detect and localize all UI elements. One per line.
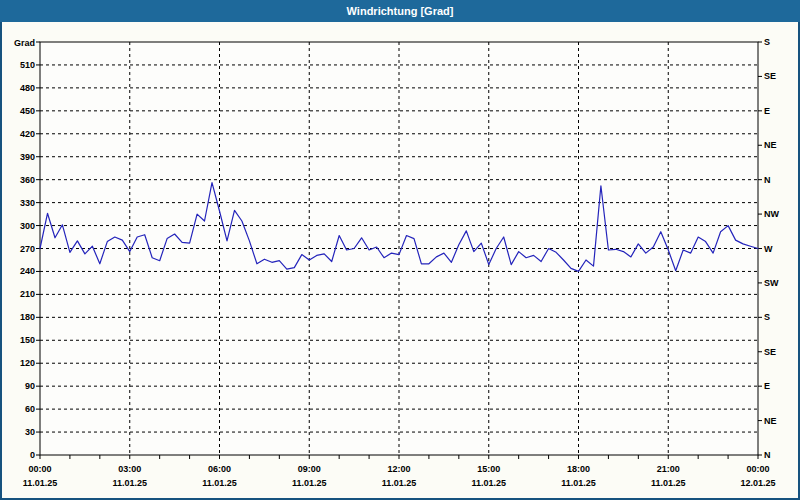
chart-window: Windrichtung [Grad] Grad 030609012015018… — [0, 0, 800, 500]
wind-direction-plot — [0, 0, 800, 500]
